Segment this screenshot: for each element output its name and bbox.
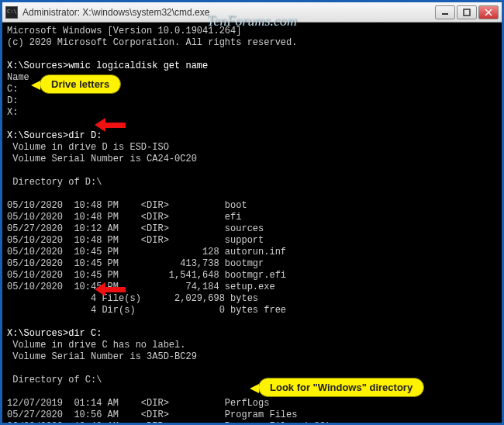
table-row: 12/07/2019 01:14 AM <DIR> PerfLogs: [7, 398, 269, 409]
line: Microsoft Windows [Version 10.0.19041.26…: [7, 26, 241, 36]
titlebar[interactable]: Administrator: X:\windows\system32\cmd.e…: [2, 2, 502, 22]
arrow-head-icon: [95, 282, 105, 296]
minimize-icon: [441, 9, 449, 16]
window-frame: Administrator: X:\windows\system32\cmd.e…: [0, 0, 504, 425]
table-row: 06/08/2020 10:42 AM <DIR> Program Files …: [7, 421, 331, 423]
line: Name: [7, 72, 29, 83]
maximize-icon: [463, 9, 471, 16]
line: D:: [7, 95, 18, 106]
arrow-head-icon: [95, 118, 105, 132]
cmd-wmic: wmic logicaldisk get name: [68, 60, 208, 71]
line: (c) 2020 Microsoft Corporation. All righ…: [7, 37, 297, 48]
cmd-dir-d: dir D:: [68, 130, 102, 141]
table-row: 05/10/2020 10:45 PM 74,184 setup.exe: [7, 282, 275, 292]
line: Volume Serial Number is 3A5D-BC29: [7, 351, 197, 362]
table-row: 05/27/2020 10:12 AM <DIR> sources: [7, 223, 264, 234]
table-row: 05/10/2020 10:45 PM 1,541,648 bootmgr.ef…: [7, 270, 286, 281]
line: Volume in drive C has no label.: [7, 340, 185, 351]
close-button[interactable]: [478, 5, 499, 19]
line: C:: [7, 84, 18, 95]
prompt: X:\Sources>: [7, 328, 68, 339]
table-row: 05/10/2020 10:45 PM 128 autorun.inf: [7, 247, 286, 257]
maximize-button[interactable]: [457, 5, 477, 19]
line: Volume Serial Number is CA24-0C20: [7, 154, 197, 164]
table-row: 05/10/2020 10:48 PM <DIR> boot: [7, 200, 247, 211]
line: 4 Dir(s) 0 bytes free: [7, 305, 286, 316]
cmd-icon: [5, 6, 18, 19]
svg-rect-1: [464, 9, 470, 16]
arrow-dir-d: [105, 123, 126, 128]
cmd-dir-c: dir C:: [68, 328, 102, 339]
arrow-dir-c: [105, 287, 126, 292]
window-buttons: [435, 5, 499, 19]
line: Volume in drive D is ESD-ISO: [7, 142, 169, 153]
close-icon: [485, 9, 492, 16]
table-row: 05/10/2020 10:48 PM <DIR> efi: [7, 212, 241, 223]
table-row: 05/27/2020 10:56 AM <DIR> Program Files: [7, 409, 297, 420]
table-row: 05/10/2020 10:48 PM <DIR> support: [7, 235, 264, 246]
line: X:: [7, 107, 18, 118]
prompt: X:\Sources>: [7, 60, 68, 71]
prompt: X:\Sources>: [7, 130, 68, 141]
callout-windows-dir: Look for "Windows" directory: [258, 378, 424, 397]
callout-drive-letters: Drive letters: [40, 74, 121, 94]
window-title: Administrator: X:\windows\system32\cmd.e…: [22, 7, 435, 18]
line: Directory of C:\: [7, 375, 102, 385]
minimize-button[interactable]: [435, 5, 455, 19]
line: 4 File(s) 2,029,698 bytes: [7, 293, 258, 304]
line: Directory of D:\: [7, 177, 102, 188]
table-row: 05/10/2020 10:45 PM 413,738 bootmgr: [7, 258, 264, 269]
